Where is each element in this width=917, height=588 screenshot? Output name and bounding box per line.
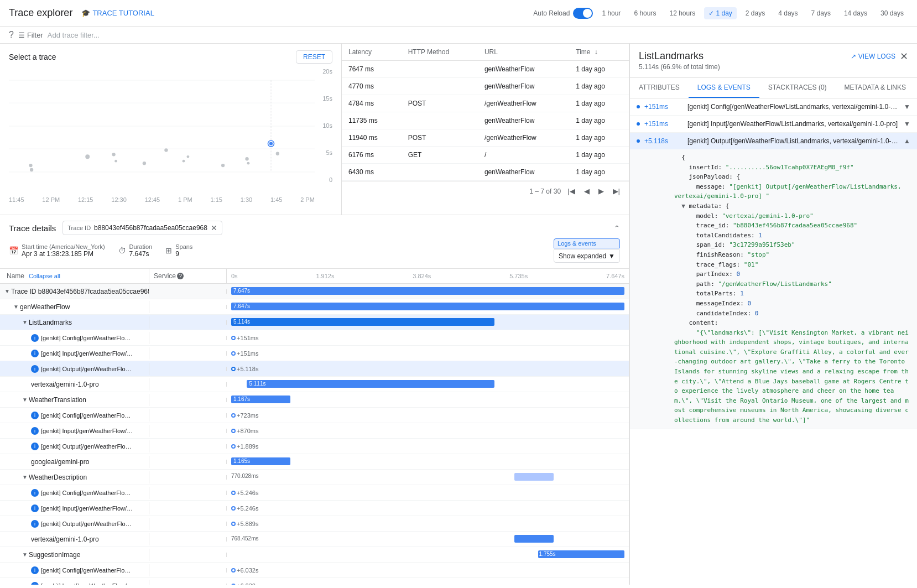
- trace-details-row1: Trace details Trace ID b88043ef456b87fca…: [9, 221, 620, 235]
- time-cell: 1 day ago: [569, 78, 629, 95]
- col-method[interactable]: HTTP Method: [402, 44, 478, 61]
- last-page-btn[interactable]: ▶|: [611, 185, 622, 197]
- span-row[interactable]: vertexai/gemini-1.0-pro 5.111s: [0, 377, 629, 392]
- reset-button[interactable]: RESET: [296, 50, 332, 64]
- table-row[interactable]: 4770 ms genWeatherFlow 1 day ago: [342, 78, 629, 95]
- span-timeline-cell: 1.755s: [227, 548, 629, 561]
- span-name: Trace ID b88043ef456b87fcadaa5ea05ccae96…: [11, 288, 149, 295]
- time-2days[interactable]: 2 days: [741, 7, 769, 19]
- span-row[interactable]: i [genkit] Output[/genWeatherFlow/Weathe…: [0, 516, 629, 532]
- close-detail-btn[interactable]: ✕: [900, 50, 908, 63]
- table-row[interactable]: 11940 ms POST /genWeatherFlow 1 day ago: [342, 129, 629, 147]
- time-1day[interactable]: ✓ 1 day: [704, 7, 737, 19]
- span-row[interactable]: ▼ WeatherDescription 770.028ms: [0, 470, 629, 485]
- logs-events-dropdown[interactable]: Show expanded ▼: [554, 249, 620, 263]
- span-row[interactable]: i [genkit] Config[/genWeatherFlow/Sugges…: [0, 563, 629, 578]
- info-icon: i: [31, 334, 39, 342]
- log-event-header[interactable]: +151ms [genkit] Input[/genWeatherFlow/Li…: [630, 116, 917, 132]
- scatter-svg: [9, 68, 315, 184]
- clear-trace-id-btn[interactable]: ✕: [211, 223, 217, 232]
- col-latency[interactable]: Latency: [342, 44, 402, 61]
- time-14days[interactable]: 14 days: [840, 7, 872, 19]
- latency-cell: 6430 ms: [342, 164, 402, 181]
- span-row[interactable]: ▼ Trace ID b88043ef456b87fcadaa5ea05ccae…: [0, 284, 629, 299]
- collapse-panel-btn[interactable]: ⌃: [614, 224, 620, 232]
- span-row[interactable]: i [genkit] Input[/genWeatherFlow/Weather…: [0, 423, 629, 439]
- method-cell: [402, 164, 478, 181]
- url-cell: /genWeatherFlow: [478, 129, 569, 147]
- table-row[interactable]: 6176 ms GET / 1 day ago: [342, 147, 629, 164]
- next-page-btn[interactable]: ▶: [596, 185, 606, 197]
- log-event-header[interactable]: +151ms [genkit] Config[/genWeatherFlow/L…: [630, 98, 917, 115]
- expand-icon[interactable]: ▼: [22, 397, 28, 403]
- y-label-10s: 10s: [317, 122, 332, 129]
- filter-button[interactable]: ☰ Filter: [18, 31, 43, 39]
- expand-icon[interactable]: ▼: [22, 551, 28, 558]
- time-12hours[interactable]: 12 hours: [665, 7, 700, 19]
- span-row[interactable]: ▼ ListLandmarks 5.114s: [0, 315, 629, 330]
- span-row[interactable]: i [genkit] Output[/genWeatherFlow/Weathe…: [0, 439, 629, 454]
- span-row[interactable]: i [genkit] Config[/genWeatherFlow/Weathe…: [0, 408, 629, 423]
- table-row[interactable]: 4784 ms POST /genWeatherFlow 1 day ago: [342, 95, 629, 112]
- prev-page-btn[interactable]: ◀: [582, 185, 592, 197]
- log-detail-line: content:: [674, 318, 910, 328]
- view-logs-btn[interactable]: ↗ VIEW LOGS: [851, 53, 895, 60]
- col-time[interactable]: Time ↓: [569, 44, 629, 61]
- table-row[interactable]: 6430 ms genWeatherFlow 1 day ago: [342, 164, 629, 181]
- span-row[interactable]: ▼ SuggestionImage 1.755s: [0, 547, 629, 563]
- tab-attributes[interactable]: ATTRIBUTES: [630, 78, 689, 98]
- timeline-container[interactable]: Name Collapse all Service ? 0s 1.912s 3.…: [0, 269, 629, 585]
- table-row[interactable]: 7647 ms genWeatherFlow 1 day ago: [342, 61, 629, 78]
- time-6hours[interactable]: 6 hours: [629, 7, 660, 19]
- expand-icon[interactable]: ▼: [22, 474, 28, 480]
- time-30days[interactable]: 30 days: [876, 7, 908, 19]
- time-7days[interactable]: 7 days: [807, 7, 835, 19]
- svg-point-8: [85, 154, 90, 159]
- log-events-list[interactable]: +151ms [genkit] Config[/genWeatherFlow/L…: [630, 98, 917, 585]
- span-row[interactable]: i [genkit] Input[/genWeatherFlow/ListLan…: [0, 346, 629, 361]
- span-row[interactable]: googleai/gemini-pro 1.165s: [0, 454, 629, 470]
- table-row[interactable]: 11735 ms genWeatherFlow 1 day ago: [342, 112, 629, 129]
- span-name: [genkit] Input[/genWeatherFlow/WeatherDe…: [41, 505, 135, 512]
- col-url[interactable]: URL: [478, 44, 569, 61]
- time-cell: 1 day ago: [569, 112, 629, 129]
- url-cell: genWeatherFlow: [478, 78, 569, 95]
- expand-icon[interactable]: ▼: [4, 288, 10, 294]
- log-event-time: +151ms: [644, 103, 683, 111]
- tutorial-badge[interactable]: 🎓 TRACE TUTORIAL: [81, 9, 154, 17]
- span-name-cell: i [genkit] Config[/genWeatherFlow/Weathe…: [0, 409, 149, 422]
- span-name: googleai/gemini-pro: [31, 458, 89, 466]
- time-1hour[interactable]: 1 hour: [597, 7, 625, 19]
- time-4days[interactable]: 4 days: [774, 7, 802, 19]
- svg-point-16: [245, 157, 248, 160]
- span-row[interactable]: i [genkit] Output[/genWeatherFlow/ListLa…: [0, 361, 629, 377]
- log-event-time: +5.118s: [644, 137, 683, 145]
- log-event-text: [genkit] Config[/genWeatherFlow/ListLand…: [687, 103, 899, 111]
- span-row[interactable]: i [genkit] Input[/genWeatherFlow/Suggest…: [0, 578, 629, 585]
- x-label-2pm: 2 PM: [300, 196, 315, 203]
- method-cell: GET: [402, 147, 478, 164]
- span-row[interactable]: i [genkit] Input[/genWeatherFlow/Weather…: [0, 501, 629, 516]
- time-cell: 1 day ago: [569, 164, 629, 181]
- tab-stacktraces[interactable]: STACKTRACES (0): [759, 78, 836, 98]
- span-row[interactable]: ▼ genWeatherFlow 7.647s: [0, 299, 629, 315]
- span-service-cell: [149, 382, 227, 387]
- log-event-header[interactable]: +5.118s [genkit] Output[/genWeatherFlow/…: [630, 133, 917, 149]
- first-page-btn[interactable]: |◀: [565, 185, 577, 197]
- span-bar: 1.755s: [538, 550, 624, 558]
- add-filter-text[interactable]: Add trace filter...: [48, 31, 100, 39]
- dropdown-arrow-icon: ▼: [608, 252, 615, 260]
- span-row[interactable]: ▼ WeatherTranslation 1.167s: [0, 392, 629, 408]
- tab-metadata[interactable]: METADATA & LINKS: [836, 78, 915, 98]
- pagination-info: 1 – 7 of 30: [529, 188, 561, 195]
- span-row[interactable]: i [genkit] Config[/genWeatherFlow/ListLa…: [0, 330, 629, 346]
- expand-icon[interactable]: ▼: [22, 319, 28, 325]
- expand-icon[interactable]: ▼: [13, 304, 19, 310]
- expand-arrow-icon: ▼: [904, 103, 910, 111]
- trace-table: Latency HTTP Method URL Time ↓ 7647 ms g…: [342, 44, 629, 181]
- span-row[interactable]: vertexai/gemini-1.0-pro 768.452ms: [0, 532, 629, 547]
- auto-reload-toggle[interactable]: [573, 8, 593, 19]
- span-row[interactable]: i [genkit] Config[/genWeatherFlow/Weathe…: [0, 485, 629, 501]
- collapse-all-btn[interactable]: Collapse all: [29, 273, 60, 279]
- tab-logs-events[interactable]: LOGS & EVENTS: [689, 78, 759, 98]
